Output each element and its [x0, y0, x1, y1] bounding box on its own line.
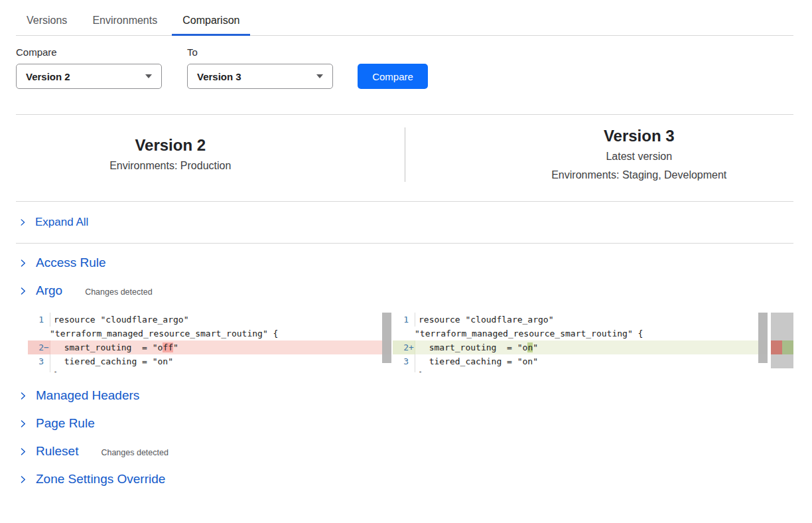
- chevron-right-icon: [19, 419, 27, 428]
- diff-line-added: 2+ smart_routing = "on": [393, 340, 768, 354]
- chevron-right-icon: [19, 259, 27, 267]
- diff-line: }: [393, 368, 768, 372]
- section-access-rule[interactable]: Access Rule: [16, 249, 793, 277]
- compare-from-label: Compare: [16, 46, 162, 58]
- chevron-right-icon: [19, 447, 27, 456]
- section-label: Argo: [36, 283, 62, 298]
- changes-detected-badge: Changes detected: [85, 287, 152, 297]
- version-right-title: Version 3: [485, 126, 794, 146]
- version-left-environments: Environments: Production: [16, 158, 325, 174]
- diff-line: }: [28, 368, 391, 372]
- version-right-environments: Environments: Staging, Development: [485, 167, 794, 183]
- section-zone-settings-override[interactable]: Zone Settings Override: [16, 465, 793, 493]
- tab-bar: Versions Environments Comparison: [16, 0, 793, 36]
- section-page-rule[interactable]: Page Rule: [16, 410, 793, 437]
- tab-versions-label: Versions: [27, 15, 67, 26]
- compare-from-field: Compare Version 2: [16, 46, 162, 89]
- section-label: Zone Settings Override: [36, 472, 165, 486]
- changes-detected-badge: Changes detected: [101, 448, 168, 457]
- compare-from-select[interactable]: Version 2: [16, 64, 162, 89]
- chevron-down-icon: [316, 74, 323, 78]
- resource-sections: Access Rule Argo Changes detected 1 reso…: [16, 249, 793, 493]
- compare-form: Compare Version 2 To Version 3 Compare: [16, 46, 793, 89]
- chevron-right-icon: [19, 218, 27, 226]
- diff-pane-new: 1 resource "cloudflare_argo" "terraform_…: [393, 313, 768, 372]
- comparison-page: Versions Environments Comparison Compare…: [0, 0, 812, 493]
- diff-pane-old: 1 resource "cloudflare_argo" "terraform_…: [28, 313, 391, 372]
- version-right-latest-label: Latest version: [485, 149, 794, 165]
- tab-comparison-label: Comparison: [182, 15, 239, 26]
- compare-to-field: To Version 3: [187, 46, 333, 89]
- diff-line-wrap: "terraform_managed_resource_smart_routin…: [393, 327, 768, 340]
- diff-scrollbar[interactable]: [758, 313, 768, 363]
- chevron-right-icon: [19, 475, 27, 484]
- version-left-header: Version 2 Environments: Production: [16, 135, 405, 174]
- diff-line-removed: 2− smart_routing = "off": [28, 340, 391, 354]
- minimap-removed-marker: [771, 340, 782, 354]
- section-managed-headers[interactable]: Managed Headers: [16, 382, 793, 410]
- version-left-title: Version 2: [16, 135, 325, 155]
- chevron-right-icon: [19, 392, 27, 400]
- tab-environments-label: Environments: [92, 15, 157, 26]
- section-ruleset[interactable]: Ruleset Changes detected: [16, 437, 793, 465]
- tab-environments[interactable]: Environments: [82, 10, 168, 35]
- compare-from-value: Version 2: [26, 71, 70, 82]
- diff-line: 3 tiered_caching = "on": [28, 354, 391, 368]
- tab-comparison[interactable]: Comparison: [172, 10, 250, 35]
- version-right-header: Version 3 Latest version Environments: S…: [405, 126, 794, 183]
- version-headers: Version 2 Environments: Production Versi…: [16, 115, 793, 194]
- section-argo[interactable]: Argo Changes detected: [16, 277, 793, 305]
- diff-line: 1 resource "cloudflare_argo": [28, 313, 391, 327]
- section-label: Managed Headers: [36, 388, 139, 403]
- diff-minimap[interactable]: [771, 313, 793, 368]
- chevron-right-icon: [19, 287, 27, 295]
- chevron-down-icon: [145, 74, 152, 78]
- divider: [16, 243, 793, 244]
- compare-to-select[interactable]: Version 3: [187, 64, 333, 89]
- compare-to-label: To: [187, 46, 333, 58]
- tab-versions[interactable]: Versions: [16, 10, 78, 35]
- section-label: Page Rule: [36, 416, 95, 431]
- compare-button[interactable]: Compare: [358, 64, 428, 89]
- argo-diff-viewer: 1 resource "cloudflare_argo" "terraform_…: [28, 313, 793, 372]
- diff-line: 3 tiered_caching = "on": [393, 354, 768, 368]
- diff-line: 1 resource "cloudflare_argo": [393, 313, 768, 327]
- expand-all-button[interactable]: Expand All: [16, 202, 793, 243]
- minimap-added-marker: [782, 340, 793, 354]
- section-label: Access Rule: [36, 256, 106, 270]
- compare-to-value: Version 3: [197, 71, 241, 82]
- diff-line-wrap: "terraform_managed_resource_smart_routin…: [28, 327, 391, 340]
- diff-scrollbar[interactable]: [382, 313, 391, 363]
- expand-all-label: Expand All: [35, 216, 88, 229]
- section-label: Ruleset: [36, 444, 78, 459]
